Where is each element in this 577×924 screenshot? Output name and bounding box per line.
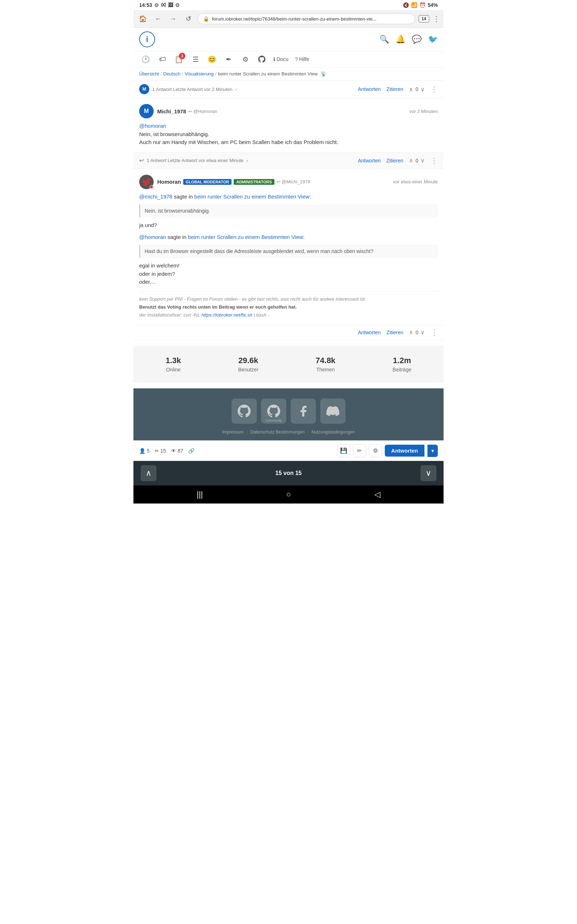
upvote-post1[interactable]: ∧: [409, 157, 413, 164]
vote-count-top: 0: [416, 86, 418, 92]
url-text: forum.iobroker.net/topic/76348/beim-runt…: [212, 16, 410, 22]
link-topic-1[interactable]: beim runter Scrallen zu einem Bestimmten…: [194, 194, 309, 200]
android-home-btn[interactable]: ○: [286, 490, 291, 499]
antworten-main-button[interactable]: Antworten: [385, 445, 424, 457]
stat-online-label: Online: [166, 367, 181, 373]
browser-chrome: 🏠 ← → ↺ 🔒 forum.iobroker.net/topic/76348…: [134, 10, 443, 28]
vote-count-homoran: 0: [416, 330, 418, 335]
reply-meta-post1: 1 Antwort Letzte Antwort vor etwa einer …: [147, 158, 243, 163]
bird-icon[interactable]: 🐦: [428, 35, 438, 44]
fix-sh-link[interactable]: https://iobroker.net/fix.sh: [201, 312, 252, 318]
more-options-top[interactable]: ⋮: [430, 85, 438, 94]
status-right: 🔇 📶 ⏰ 54%: [403, 2, 438, 8]
post-text-egal: egal in welchem!: [139, 262, 438, 270]
breadcrumb-home[interactable]: Übersicht: [139, 71, 159, 76]
said-in-1: sagte in: [174, 194, 194, 200]
nav-hilfe-link[interactable]: ? Hilfe: [293, 56, 311, 63]
footer-impressum[interactable]: Impressum: [222, 430, 243, 435]
reply-meta-bar-post1: ↩ 1 Antwort Letzte Antwort vor etwa eine…: [134, 153, 443, 169]
footer-discord-icon[interactable]: [320, 399, 345, 424]
footer-nutzung[interactable]: Nutzungsbedingungen: [311, 430, 355, 435]
mention-michi[interactable]: @homoran: [139, 123, 166, 129]
browser-menu-icon[interactable]: ⋮: [433, 15, 440, 23]
antworten-link-top[interactable]: Antworten: [358, 86, 380, 92]
antworten-dropdown-button[interactable]: ▾: [427, 445, 438, 457]
status-time: 14:53: [139, 2, 152, 8]
status-circle2: ⊙: [175, 2, 180, 8]
logo-text: i: [146, 35, 148, 44]
mention-homoran-1[interactable]: @michi_1978: [139, 194, 172, 200]
upvote-top[interactable]: ∧: [409, 86, 413, 93]
page-next-button[interactable]: ∨: [421, 465, 436, 481]
nav-clock-icon[interactable]: 🕐: [139, 53, 152, 66]
toolbar-actions: 💾 ✏ ⚙ Antworten ▾: [337, 444, 438, 457]
footer-datenschutz[interactable]: Datenschutz Bestimmungen: [251, 430, 305, 435]
toolbar-save-btn[interactable]: 💾: [337, 444, 350, 457]
breadcrumb: Übersicht / Deutsch / Visualisierung / b…: [134, 68, 443, 81]
chat-icon[interactable]: 💬: [412, 35, 422, 44]
avatar-michi: M: [139, 104, 154, 118]
link-topic-2[interactable]: beim runter Scrallen zu einem Bestimmten…: [188, 234, 303, 240]
breadcrumb-visualisierung[interactable]: Visualisierung: [185, 71, 214, 76]
antworten-homoran[interactable]: Antworten: [358, 330, 380, 335]
nav-docu-link[interactable]: ℹ Docu: [272, 56, 290, 63]
status-bar: 14:53 ⊙ 🄧 🖼 ⊙ 🔇 📶 ⏰ 54%: [134, 0, 443, 10]
page-prev-button[interactable]: ∧: [141, 465, 156, 481]
toolbar-share-icon[interactable]: 🔗: [188, 448, 194, 454]
footer-facebook-icon[interactable]: [291, 399, 316, 424]
breadcrumb-current: beim runter Scrallen zu einem Bestimmten…: [218, 71, 318, 76]
nav-emoji-icon[interactable]: 😊: [206, 53, 219, 66]
pagination-bar: ∧ 15 von 15 ∨: [134, 461, 443, 485]
author-name-homoran[interactable]: Homoran: [157, 179, 181, 185]
nav-tag-icon[interactable]: 🏷: [156, 53, 169, 66]
nav-notifications-icon[interactable]: 📋 3: [172, 53, 185, 66]
notification-badge: 3: [179, 53, 185, 59]
tab-count[interactable]: 14: [419, 15, 429, 23]
forum-header: i 🔍 🔔 💬 🐦: [134, 28, 443, 51]
toolbar-posts: ✏ 15: [155, 448, 166, 454]
zitieren-link-top[interactable]: Zitieren: [387, 86, 403, 92]
nav-list-icon[interactable]: ☰: [189, 53, 202, 66]
toolbar-settings-btn[interactable]: ⚙: [369, 444, 382, 457]
said-in-2: sagte in: [168, 234, 188, 240]
footer-github-icon[interactable]: [232, 399, 257, 424]
more-options-post1[interactable]: ⋮: [430, 156, 438, 165]
forum-nav: 🕐 🏷 📋 3 ☰ 😊 ✒ ⚙ ℹ Docu ? Hilfe: [134, 51, 443, 68]
nav-gear-icon[interactable]: ⚙: [239, 53, 252, 66]
android-recent-btn[interactable]: |||: [197, 490, 203, 499]
toolbar-edit-btn[interactable]: ✏: [353, 444, 366, 457]
bell-icon[interactable]: 🔔: [396, 35, 405, 44]
status-left: 14:53 ⊙ 🄧 🖼 ⊙: [139, 2, 180, 8]
downvote-post1[interactable]: ∨: [421, 157, 425, 164]
rss-icon[interactable]: 📡: [321, 71, 326, 76]
search-icon[interactable]: 🔍: [379, 35, 389, 44]
back-button[interactable]: ←: [152, 13, 164, 24]
author-name-michi[interactable]: Michi_1978: [157, 108, 186, 115]
address-bar[interactable]: 🔒 forum.iobroker.net/topic/76348/beim-ru…: [198, 13, 415, 24]
stat-posts-value: 1.2m: [393, 356, 411, 365]
wifi-icon: 📶: [411, 2, 417, 8]
post-line2-michi: Auch nur am Handy mit Wischen, am PC bei…: [139, 138, 438, 147]
zitieren-homoran[interactable]: Zitieren: [387, 330, 403, 335]
alarm-icon: ⏰: [419, 2, 425, 8]
android-back-btn[interactable]: ◁: [374, 490, 380, 499]
downvote-homoran[interactable]: ∨: [421, 329, 425, 336]
refresh-button[interactable]: ↺: [182, 13, 194, 24]
timestamp-michi: vor 2 Minuten: [409, 109, 438, 114]
more-options-homoran[interactable]: ⋮: [430, 328, 438, 337]
antworten-post1[interactable]: Antworten: [358, 158, 380, 163]
author-info-homoran: Homoran GLOBAL MODERATOR ADMINISTRATORS …: [157, 179, 390, 185]
forum-logo[interactable]: i: [139, 31, 155, 47]
post-body-michi: @homoran Nein, ist browserunabhängig. Au…: [139, 122, 438, 147]
breadcrumb-deutsch[interactable]: Deutsch: [163, 71, 181, 76]
nav-pen-icon[interactable]: ✒: [222, 53, 235, 66]
replies-icon: 👤: [139, 448, 145, 454]
zitieren-post1[interactable]: Zitieren: [387, 158, 403, 163]
nav-github-icon[interactable]: [255, 53, 268, 66]
forward-button[interactable]: →: [167, 13, 179, 24]
downvote-top[interactable]: ∨: [421, 86, 425, 93]
upvote-homoran[interactable]: ∧: [409, 329, 413, 336]
home-button[interactable]: 🏠: [137, 13, 148, 24]
mention-homoran-2[interactable]: @homoran: [139, 234, 166, 240]
footer-community-icon[interactable]: Community: [261, 399, 286, 424]
